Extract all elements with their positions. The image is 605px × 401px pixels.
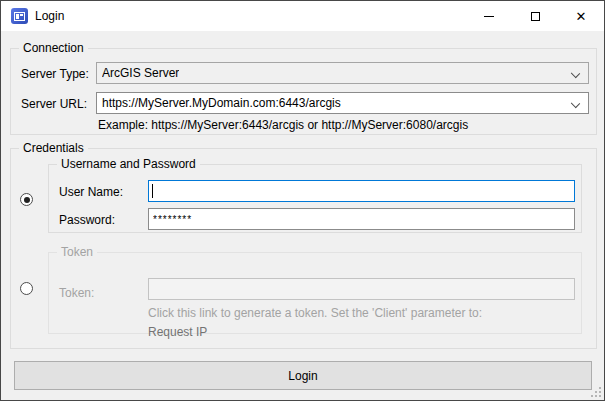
request-ip-link[interactable]: Request IP <box>148 325 207 339</box>
user-name-label: User Name: <box>59 185 123 199</box>
credentials-group-label: Credentials <box>19 141 88 155</box>
login-dialog: Login ✕ Connection Server Type: ArcGIS S… <box>0 0 605 401</box>
login-button-label: Login <box>288 369 317 383</box>
server-type-value: ArcGIS Server <box>102 66 179 80</box>
app-form-icon <box>11 8 28 24</box>
token-radio[interactable] <box>20 282 33 295</box>
username-password-group-label: Username and Password <box>57 157 200 171</box>
username-password-radio[interactable] <box>20 193 33 206</box>
chevron-down-icon <box>571 69 580 78</box>
text-caret <box>152 184 153 198</box>
server-url-label: Server URL: <box>21 97 87 111</box>
resize-grip-icon[interactable] <box>591 387 601 397</box>
chevron-down-icon <box>571 99 580 108</box>
connection-group-label: Connection <box>19 41 88 55</box>
password-label: Password: <box>59 213 115 227</box>
token-label: Token: <box>59 286 94 300</box>
minimize-button[interactable] <box>466 1 512 31</box>
titlebar[interactable]: Login ✕ <box>1 1 604 31</box>
login-button[interactable]: Login <box>14 361 592 390</box>
server-url-value: https://MyServer.MyDomain.com:6443/arcgi… <box>102 96 341 110</box>
window-title: Login <box>35 1 64 31</box>
token-group-label: Token <box>57 245 97 259</box>
server-type-dropdown[interactable]: ArcGIS Server <box>96 62 589 84</box>
maximize-button[interactable] <box>512 1 558 31</box>
token-input[interactable] <box>148 278 575 300</box>
user-name-input[interactable] <box>148 180 575 202</box>
close-button[interactable]: ✕ <box>558 1 604 31</box>
token-hint-text: Click this link to generate a token. Set… <box>148 306 482 320</box>
close-icon: ✕ <box>576 10 587 23</box>
minimize-icon <box>484 16 494 17</box>
maximize-icon <box>531 12 540 21</box>
server-url-example-text: Example: https://MyServer:6443/arcgis or… <box>98 118 468 132</box>
server-url-combobox[interactable]: https://MyServer.MyDomain.com:6443/arcgi… <box>96 92 589 114</box>
password-input[interactable] <box>148 208 575 230</box>
server-type-label: Server Type: <box>21 67 89 81</box>
